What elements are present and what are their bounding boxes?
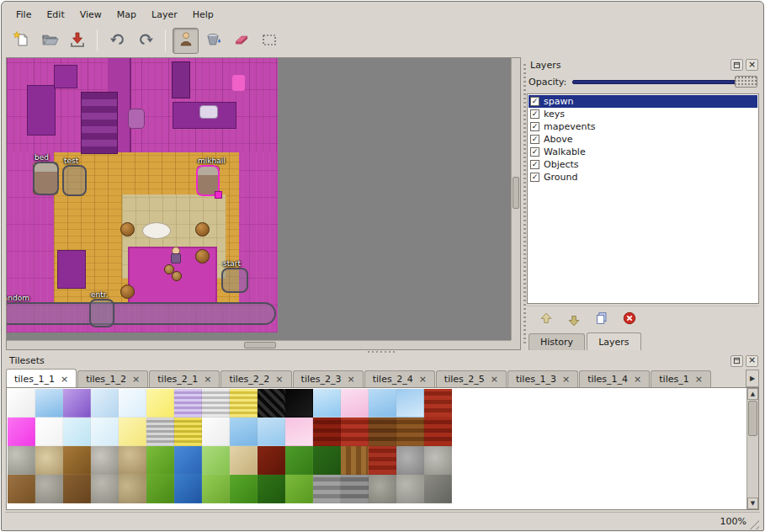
delete-layer-button[interactable] [620, 311, 639, 329]
dock-drag-handle[interactable] [523, 64, 526, 343]
tileset-tile[interactable] [174, 446, 202, 475]
tileset-tile[interactable] [341, 446, 369, 475]
scrollbar-thumb[interactable] [513, 177, 519, 209]
layer-row[interactable]: Walkable [529, 146, 757, 158]
tileset-tile[interactable] [285, 418, 313, 446]
close-dock-icon[interactable] [746, 59, 758, 71]
close-tab-icon[interactable] [204, 375, 211, 384]
tileset-tile[interactable] [8, 475, 35, 503]
rect-select-tool-button[interactable] [256, 28, 282, 54]
tileset-tile[interactable] [146, 389, 174, 418]
tileset-tile[interactable] [424, 475, 452, 503]
close-tab-icon[interactable] [275, 375, 283, 384]
tileset-tab[interactable]: tiles_2_1 [149, 370, 220, 387]
slider-handle[interactable] [735, 76, 757, 88]
layer-visibility-checkbox[interactable] [530, 135, 539, 144]
map-object[interactable]: bed [33, 162, 59, 195]
tileset-tile[interactable] [258, 418, 285, 446]
resize-grip[interactable] [749, 519, 759, 529]
tileset-tile[interactable] [35, 446, 63, 475]
layer-row[interactable]: keys [529, 108, 757, 120]
save-map-button[interactable] [64, 28, 90, 54]
tileset-tile[interactable] [424, 418, 452, 446]
tileset-view[interactable] [6, 387, 759, 510]
tileset-tile[interactable] [146, 446, 174, 475]
layer-visibility-checkbox[interactable] [530, 147, 539, 157]
tileset-tile[interactable] [285, 446, 313, 475]
tileset-tile[interactable] [424, 389, 452, 418]
tab-scroll-right-icon[interactable] [746, 370, 759, 387]
tileset-tile[interactable] [119, 389, 146, 418]
layer-list[interactable]: spawn keys mapevents Above Walkable [527, 93, 759, 304]
raise-layer-button[interactable] [537, 311, 555, 329]
dock-splitter[interactable] [5, 350, 760, 354]
tileset-tile[interactable] [230, 475, 258, 503]
layer-visibility-checkbox[interactable] [530, 97, 539, 106]
tileset-tab[interactable]: tiles_2_3 [293, 370, 364, 387]
tileset-tile[interactable] [35, 475, 63, 503]
stamp-tool-button[interactable] [173, 28, 199, 54]
close-tab-icon[interactable] [562, 375, 570, 384]
tileset-tile[interactable] [285, 475, 313, 503]
tileset-tile[interactable] [91, 389, 119, 418]
lower-layer-button[interactable] [565, 311, 583, 329]
tileset-tile[interactable] [63, 418, 91, 446]
tileset-tile[interactable] [341, 389, 369, 418]
tileset-tile[interactable] [258, 389, 285, 418]
menu-layer[interactable]: Layer [144, 7, 185, 23]
tileset-tile[interactable] [174, 389, 202, 418]
tileset-tile[interactable] [369, 446, 396, 475]
tileset-tile[interactable] [63, 475, 91, 503]
tileset-tile[interactable] [8, 418, 35, 446]
scrollbar-thumb[interactable] [244, 342, 276, 348]
tileset-tile[interactable] [396, 446, 424, 475]
float-dock-icon[interactable] [730, 355, 743, 367]
tileset-tile[interactable] [369, 418, 396, 446]
tileset-tile[interactable] [91, 418, 119, 446]
menu-help[interactable]: Help [185, 7, 221, 23]
layer-row[interactable]: mapevents [529, 120, 757, 133]
close-dock-icon[interactable] [746, 355, 758, 367]
tileset-tab[interactable]: tiles_1_3 [507, 370, 578, 387]
tileset-tab[interactable]: tiles_2_2 [220, 370, 291, 387]
close-tab-icon[interactable] [634, 375, 641, 384]
tileset-tile[interactable] [258, 475, 285, 503]
open-map-button[interactable] [36, 28, 62, 54]
tileset-tab[interactable]: tiles_1_2 [77, 370, 148, 387]
tileset-tile[interactable] [285, 389, 313, 418]
map-object[interactable]: start [221, 268, 248, 293]
map-canvas[interactable]: randombedtestmikhailstartentr. [7, 58, 278, 332]
tileset-tile[interactable] [119, 446, 146, 475]
scroll-down-icon[interactable] [747, 497, 758, 509]
scroll-up-icon[interactable] [747, 388, 758, 400]
tileset-tab[interactable]: tiles_2_5 [436, 370, 507, 387]
tileset-tile[interactable] [202, 446, 230, 475]
tileset-tile[interactable] [369, 475, 396, 503]
tileset-tab[interactable]: tiles_2_4 [364, 370, 435, 387]
tileset-tile[interactable] [230, 446, 258, 475]
tileset-tile[interactable] [202, 389, 230, 418]
tileset-tile[interactable] [91, 475, 119, 503]
tileset-tile[interactable] [35, 389, 63, 418]
tileset-tile[interactable] [35, 418, 63, 446]
tileset-tile[interactable] [313, 475, 341, 503]
tileset-tile[interactable] [119, 418, 146, 446]
map-horizontal-scrollbar[interactable] [7, 340, 511, 349]
tileset-tile[interactable] [369, 389, 396, 418]
undo-button[interactable] [104, 28, 130, 54]
map-object[interactable]: random [7, 302, 276, 325]
tileset-tile[interactable] [174, 475, 202, 503]
map-object[interactable]: mikhail [196, 165, 220, 196]
scrollbar-track[interactable] [747, 437, 758, 497]
layer-row[interactable]: spawn [529, 95, 757, 108]
tileset-tile[interactable] [313, 389, 341, 418]
tileset-tile[interactable] [91, 446, 119, 475]
new-map-button[interactable] [8, 28, 35, 54]
bucket-fill-tool-button[interactable] [200, 28, 226, 54]
map-object[interactable]: test [62, 165, 87, 196]
tileset-tile[interactable] [230, 418, 258, 446]
tileset-tile[interactable] [63, 389, 91, 418]
duplicate-layer-button[interactable] [592, 311, 611, 329]
tileset-tile[interactable] [174, 418, 202, 446]
tileset-tile[interactable] [202, 418, 230, 446]
